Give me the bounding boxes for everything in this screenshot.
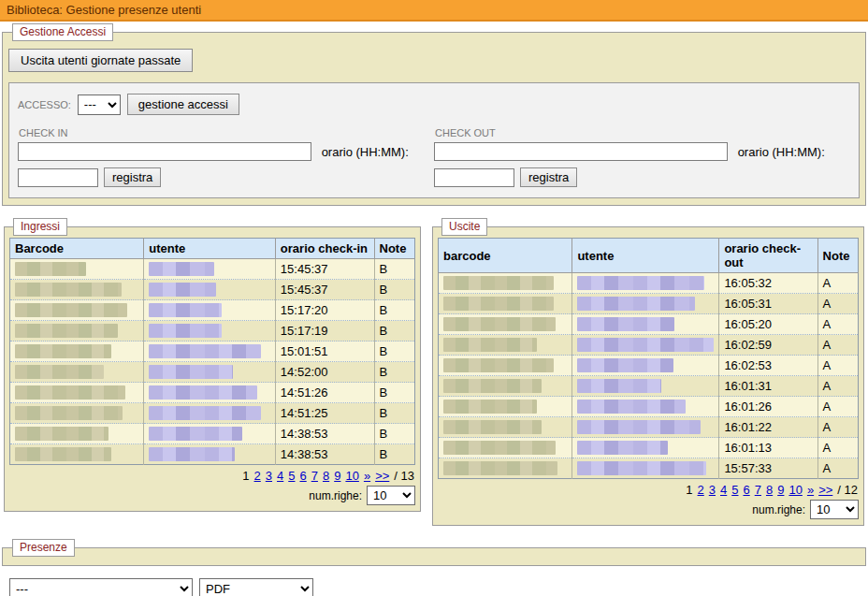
page-title: Biblioteca: Gestione presenze utenti bbox=[7, 3, 201, 17]
pagination-last-link[interactable]: >> bbox=[818, 483, 832, 497]
pagination-current-page: 1 bbox=[686, 483, 692, 497]
barcode-cell bbox=[439, 376, 572, 397]
redacted-barcode bbox=[443, 461, 557, 475]
note-cell: B bbox=[374, 280, 415, 300]
pagination-page-link[interactable]: 8 bbox=[766, 483, 773, 497]
pagination-last-link[interactable]: >> bbox=[375, 469, 389, 483]
check-out-orario-label: orario (HH:MM): bbox=[738, 145, 825, 159]
utente-cell bbox=[572, 376, 719, 397]
redacted-barcode bbox=[15, 344, 111, 358]
barcode-cell bbox=[10, 300, 144, 321]
pagination-next-link[interactable]: » bbox=[364, 469, 370, 483]
redacted-barcode bbox=[15, 262, 86, 276]
table-row: 15:45:37B bbox=[10, 280, 415, 300]
ingressi-pagination: 12345678910»>>/ 13 bbox=[9, 465, 415, 483]
pagination-page-link[interactable]: 6 bbox=[743, 483, 749, 497]
check-out-section: CHECK OUT orario (HH:MM): registra bbox=[434, 127, 850, 187]
check-in-barcode-input[interactable] bbox=[18, 142, 311, 161]
pagination-page-link[interactable]: 9 bbox=[777, 483, 784, 497]
check-out-barcode-input[interactable] bbox=[434, 142, 728, 161]
check-out-registra-button[interactable]: registra bbox=[520, 167, 577, 187]
orario-cell: 16:01:26 bbox=[719, 397, 817, 417]
orario-cell: 16:05:31 bbox=[719, 294, 817, 314]
check-out-barcode-row: orario (HH:MM): bbox=[434, 142, 850, 161]
gestione-accessi-button[interactable]: gestione accessi bbox=[127, 94, 239, 115]
utente-cell bbox=[572, 356, 719, 376]
table-row: 16:01:26A bbox=[439, 397, 859, 417]
pagination-page-link[interactable]: 9 bbox=[334, 469, 340, 483]
pagination-page-link[interactable]: 4 bbox=[277, 469, 283, 483]
note-cell: A bbox=[817, 273, 858, 294]
pagination-page-link[interactable]: 7 bbox=[311, 469, 318, 483]
note-cell: B bbox=[374, 321, 415, 342]
pagination-total-pages: / 13 bbox=[394, 469, 414, 483]
redacted-utente bbox=[149, 406, 261, 420]
utente-cell bbox=[144, 424, 276, 444]
tables-row: Ingressi Barcode utente orario check-in … bbox=[2, 218, 866, 526]
pagination-page-link[interactable]: 3 bbox=[266, 469, 272, 483]
utente-cell bbox=[144, 280, 276, 300]
note-cell: A bbox=[817, 335, 858, 356]
redacted-utente bbox=[577, 276, 704, 290]
barcode-cell bbox=[439, 294, 572, 314]
note-cell: A bbox=[817, 417, 858, 438]
pagination-page-link[interactable]: 10 bbox=[345, 469, 358, 483]
pagination-page-link[interactable]: 4 bbox=[720, 483, 727, 497]
table-row: 16:05:31A bbox=[439, 294, 859, 314]
utente-cell bbox=[144, 342, 276, 362]
barcode-cell bbox=[10, 383, 144, 403]
note-cell: A bbox=[817, 314, 858, 335]
num-righe-label: num.righe: bbox=[309, 489, 362, 502]
redacted-barcode bbox=[15, 427, 108, 441]
pagination-page-link[interactable]: 6 bbox=[299, 469, 306, 483]
uscite-panel: Uscite barcode utente orario check-out N… bbox=[432, 218, 864, 526]
pagination-page-link[interactable]: 2 bbox=[698, 483, 704, 497]
note-cell: B bbox=[374, 403, 415, 424]
pagination-page-link[interactable]: 5 bbox=[288, 469, 295, 483]
ingressi-panel: Ingressi Barcode utente orario check-in … bbox=[4, 218, 421, 512]
utente-cell bbox=[572, 397, 719, 417]
note-cell: B bbox=[374, 444, 415, 465]
column-header-note: Note bbox=[817, 239, 858, 273]
pagination-page-link[interactable]: 8 bbox=[323, 469, 329, 483]
ingressi-num-righe-select[interactable]: 10 bbox=[367, 486, 415, 505]
uscite-num-righe-select[interactable]: 10 bbox=[810, 500, 859, 519]
uscita-utenti-button[interactable]: Uscita utenti giornate passate bbox=[8, 49, 193, 72]
pagination-page-link[interactable]: 5 bbox=[731, 483, 738, 497]
utente-cell bbox=[572, 335, 719, 356]
utente-cell bbox=[572, 438, 719, 458]
check-in-label: CHECK IN bbox=[19, 127, 434, 138]
check-in-orario-input[interactable] bbox=[18, 168, 98, 187]
pagination-page-link[interactable]: 3 bbox=[709, 483, 716, 497]
pagination-next-link[interactable]: » bbox=[807, 483, 814, 497]
barcode-cell bbox=[10, 280, 144, 300]
orario-cell: 15:17:19 bbox=[275, 321, 374, 342]
barcode-cell bbox=[10, 362, 144, 383]
check-out-orario-input[interactable] bbox=[434, 168, 514, 187]
report-select[interactable]: --- bbox=[9, 578, 193, 596]
orario-cell: 16:01:22 bbox=[719, 417, 817, 438]
redacted-utente bbox=[149, 344, 261, 358]
pagination-page-link[interactable]: 2 bbox=[254, 469, 261, 483]
num-righe-label: num.righe: bbox=[752, 503, 805, 516]
barcode-cell bbox=[439, 314, 572, 335]
window-title-bar: Biblioteca: Gestione presenze utenti bbox=[0, 0, 868, 22]
redacted-utente bbox=[149, 262, 214, 276]
presenze-panel: Presenze bbox=[2, 539, 866, 566]
accessi-form-box: ACCESSO: --- gestione accessi CHECK IN o… bbox=[8, 82, 860, 198]
pagination-page-link[interactable]: 10 bbox=[788, 483, 802, 497]
utente-cell bbox=[572, 458, 719, 479]
check-in-registra-button[interactable]: registra bbox=[104, 167, 161, 187]
accesso-select[interactable]: --- bbox=[78, 94, 121, 115]
uscite-num-righe-row: num.righe: 10 bbox=[438, 497, 859, 521]
ingressi-table: Barcode utente orario check-in Note 15:4… bbox=[9, 238, 415, 465]
barcode-cell bbox=[10, 259, 144, 280]
note-cell: B bbox=[374, 300, 415, 321]
ingressi-table-body: 15:45:37B15:45:37B15:17:20B15:17:19B15:0… bbox=[10, 259, 415, 465]
pagination-page-link[interactable]: 7 bbox=[755, 483, 761, 497]
check-in-orario-row: registra bbox=[18, 167, 434, 187]
utente-cell bbox=[144, 362, 276, 383]
orario-cell: 16:02:59 bbox=[719, 335, 817, 356]
format-select[interactable]: PDF bbox=[199, 578, 313, 596]
redacted-barcode bbox=[443, 379, 542, 393]
